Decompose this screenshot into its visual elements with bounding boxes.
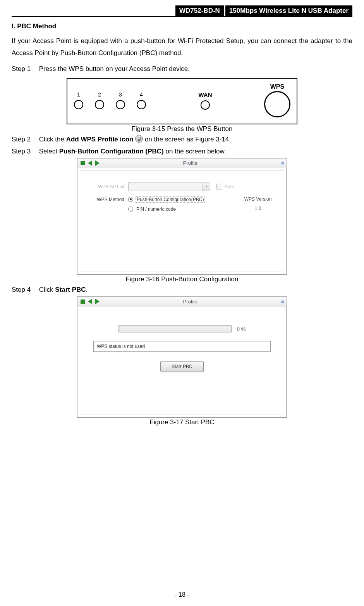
- pbc-radio[interactable]: [128, 197, 133, 202]
- figure-3-15: 1 2 3 4 WAN WPS: [67, 78, 297, 124]
- progress-row: 0 %: [89, 325, 275, 332]
- step-1-label: Step 1: [12, 64, 37, 74]
- dialog-body-2: 0 % WPS status is not used Start PBC: [80, 309, 284, 415]
- step-3-bold: Push-Button Configuration (PBC): [59, 148, 164, 155]
- dialog-nav-icons-2: [81, 299, 100, 304]
- header-desc: 150Mbps Wireless Lite N USB Adapter: [225, 5, 352, 16]
- wps-status-text: WPS status is not used: [97, 344, 145, 349]
- figure-3-17-dialog: Profile × 0 % WPS status is not used Sta…: [77, 296, 287, 418]
- dialog-titlebar: Profile ×: [77, 158, 287, 168]
- stop-icon-2[interactable]: [81, 300, 85, 304]
- figure-3-16-caption: Figure 3-16 Push-Button Configuration: [12, 275, 352, 283]
- lan-port-3-hole: [116, 100, 125, 109]
- progress-bar: [118, 325, 232, 332]
- forward-icon[interactable]: [95, 160, 100, 166]
- pin-option[interactable]: PIN / numeric code: [128, 207, 240, 212]
- step-2-text-a: Click the: [39, 136, 66, 143]
- step-4-text-b: .: [86, 286, 88, 293]
- step-3-label: Step 3: [12, 146, 37, 157]
- dialog-title: Profile: [100, 160, 281, 166]
- step-4-label: Step 4: [12, 285, 37, 295]
- wan-port-hole: [201, 100, 210, 110]
- step-3-text-b: on the screen below.: [164, 148, 226, 155]
- intro-paragraph: If your Access Point is equipped with a …: [12, 35, 352, 59]
- lan-port-3: 3: [115, 91, 125, 109]
- step-1: Step 1 Press the WPS button on your Acce…: [12, 64, 352, 74]
- step-2-label: Step 2: [12, 134, 37, 145]
- figure-3-17-caption: Figure 3-17 Start PBC: [12, 418, 352, 426]
- forward-icon-2[interactable]: [95, 299, 100, 304]
- stop-icon[interactable]: [81, 161, 85, 165]
- page-number: - 18 -: [0, 591, 364, 598]
- section-title: I. PBC Method: [12, 22, 352, 30]
- wps-method-row: WPS Method Push-Button Configuration(PBC…: [89, 196, 275, 216]
- wps-status-box: WPS status is not used: [93, 341, 271, 352]
- step-3-text-a: Select: [39, 148, 59, 155]
- close-icon[interactable]: ×: [281, 160, 284, 166]
- wps-method-label: WPS Method: [89, 196, 128, 202]
- wan-port-label: WAN: [199, 91, 212, 98]
- figure-3-16-dialog: Profile × WPS AP List ▾ Auto WPS Method …: [77, 158, 287, 275]
- lan-port-1: 1: [74, 91, 84, 109]
- auto-label: Auto: [225, 184, 234, 189]
- step-2-bold: Add WPS Profile icon: [66, 136, 134, 143]
- wps-button-label: WPS: [264, 83, 290, 90]
- pin-option-label: PIN / numeric code: [136, 207, 177, 212]
- step-4-bold: Start PBC: [55, 286, 86, 293]
- wps-button[interactable]: [264, 91, 290, 117]
- chevron-down-icon: ▾: [203, 183, 210, 191]
- dialog-nav-icons: [81, 160, 100, 166]
- wps-version-value: 1.0: [240, 206, 275, 211]
- header-model: WD752-BD-N: [175, 5, 224, 16]
- dialog-title-2: Profile: [100, 299, 281, 305]
- lan-port-3-label: 3: [115, 91, 125, 98]
- wps-button-area: WPS: [264, 83, 290, 117]
- step-3: Step 3 Select Push-Button Configuration …: [12, 146, 352, 157]
- lan-port-4-label: 4: [136, 91, 146, 98]
- start-pbc-button[interactable]: Start PBC: [160, 361, 204, 372]
- lan-port-2-label: 2: [94, 91, 105, 98]
- pbc-option[interactable]: Push-Button Configuration(PBC): [128, 196, 240, 203]
- back-icon-2[interactable]: [88, 299, 92, 304]
- step-4: Step 4 Click Start PBC.: [12, 285, 352, 295]
- step-2: Step 2 Click the Add WPS Profile icon on…: [12, 134, 352, 145]
- lan-port-1-label: 1: [74, 91, 84, 98]
- page-header: WD752-BD-N 150Mbps Wireless Lite N USB A…: [12, 5, 352, 17]
- step-2-text-b: on the screen as Figure 3-14.: [143, 136, 231, 143]
- close-icon-2[interactable]: ×: [281, 298, 284, 305]
- step-4-text-a: Click: [39, 286, 55, 293]
- lan-port-4-hole: [137, 100, 146, 109]
- step-1-text: Press the WPS button on your Access Poin…: [39, 65, 190, 72]
- lan-port-4: 4: [136, 91, 146, 109]
- add-wps-profile-icon: [135, 135, 143, 143]
- figure-3-15-caption: Figure 3-15 Press the WPS Button: [12, 125, 352, 133]
- dialog-titlebar-2: Profile ×: [77, 297, 287, 306]
- auto-checkbox: [216, 184, 222, 189]
- lan-port-1-hole: [74, 100, 83, 109]
- wps-ap-list-row: WPS AP List ▾ Auto: [89, 182, 275, 191]
- lan-port-group: 1 2 3 4: [74, 91, 146, 109]
- wps-version-block: WPS Version 1.0: [240, 196, 275, 211]
- back-icon[interactable]: [88, 160, 92, 166]
- wps-ap-list-combo: ▾: [128, 182, 210, 191]
- dialog-body: WPS AP List ▾ Auto WPS Method Push-Butto…: [80, 170, 284, 272]
- pbc-option-label: Push-Button Configuration(PBC): [136, 196, 205, 203]
- progress-percent: 0 %: [237, 326, 246, 332]
- wps-version-label: WPS Version: [240, 196, 275, 202]
- pin-radio[interactable]: [128, 207, 133, 212]
- wps-ap-list-label: WPS AP List: [89, 184, 128, 189]
- wps-ap-list-value: [129, 183, 203, 191]
- lan-port-2: 2: [94, 91, 105, 109]
- wan-port: WAN: [199, 91, 212, 110]
- lan-port-2-hole: [95, 100, 104, 109]
